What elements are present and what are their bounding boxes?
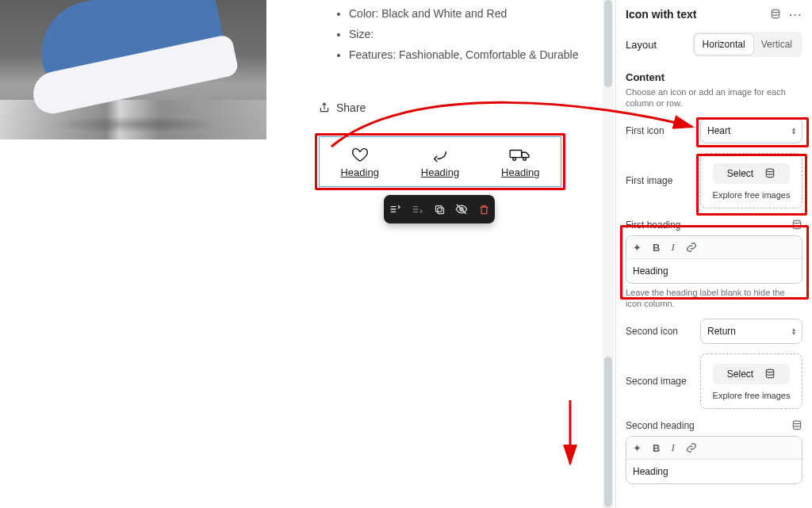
first-heading-editor: ✦ B I Heading: [626, 235, 802, 284]
first-image-label: First image: [626, 175, 694, 186]
share-button[interactable]: Share: [319, 101, 366, 114]
icon-heading: Heading: [501, 166, 539, 178]
svg-rect-3: [438, 208, 444, 214]
explore-free-images-link[interactable]: Explore free images: [713, 190, 791, 200]
bold-button[interactable]: B: [653, 442, 660, 454]
second-image-label: Second image: [626, 376, 694, 387]
scroll-thumb[interactable]: [604, 0, 612, 87]
content-help: Choose an icon or add an image for each …: [626, 86, 802, 109]
svg-point-11: [793, 421, 800, 424]
select-btn-label: Select: [727, 369, 753, 380]
share-label: Share: [336, 101, 366, 114]
bullet: Color: Black and White and Red: [349, 3, 587, 24]
icon-column-1[interactable]: Heading: [320, 137, 400, 186]
icon-with-text-block[interactable]: Heading Heading Heading: [319, 136, 561, 187]
delete-icon[interactable]: [476, 201, 492, 217]
second-icon-select[interactable]: Return ▴▾: [700, 319, 802, 344]
chevron-updown-icon: ▴▾: [792, 327, 795, 335]
database-icon[interactable]: [770, 9, 781, 20]
block-toolbar: [384, 195, 495, 223]
icon-column-3[interactable]: Heading: [481, 137, 561, 186]
bold-button[interactable]: B: [653, 242, 660, 254]
layout-vertical[interactable]: Vertical: [753, 34, 800, 55]
content-heading: Content: [626, 71, 802, 83]
product-bullets: Color: Black and White and Red Size: Fea…: [333, 3, 587, 65]
more-icon[interactable]: ···: [789, 9, 802, 21]
italic-button[interactable]: I: [671, 441, 674, 454]
second-heading-editor: ✦ B I Heading: [626, 436, 802, 484]
route-icon[interactable]: [409, 201, 425, 217]
first-image-select-button[interactable]: Select: [713, 163, 790, 184]
settings-panel: Icon with text ··· Layout Horizontal Ver…: [615, 0, 812, 508]
svg-rect-0: [510, 150, 522, 157]
sparkle-icon[interactable]: ✦: [633, 242, 642, 254]
bullet: Features: Fashionable, Comfortable & Dur…: [349, 44, 587, 65]
product-image: [0, 0, 266, 139]
svg-point-10: [767, 369, 774, 372]
svg-point-7: [772, 10, 779, 12]
icon-heading: Heading: [340, 166, 378, 178]
layout-segmented: Horizontal Vertical: [692, 32, 802, 57]
return-icon: [427, 146, 454, 163]
duplicate-icon[interactable]: [431, 201, 447, 217]
italic-button[interactable]: I: [671, 241, 674, 254]
select-btn-label: Select: [727, 168, 753, 179]
svg-rect-4: [435, 205, 442, 212]
svg-point-2: [523, 157, 527, 160]
scroll-thumb[interactable]: [604, 357, 612, 507]
database-icon[interactable]: [791, 220, 802, 231]
layout-horizontal[interactable]: Horizontal: [695, 34, 753, 55]
first-icon-label: First icon: [626, 125, 694, 136]
hide-icon[interactable]: [454, 201, 469, 217]
first-heading-input[interactable]: Heading: [626, 259, 802, 283]
panel-title: Icon with text: [626, 8, 696, 21]
link-icon[interactable]: [686, 242, 697, 253]
chevron-updown-icon: ▴▾: [792, 127, 795, 135]
sparkle-icon[interactable]: ✦: [633, 442, 642, 454]
link-icon[interactable]: [686, 442, 697, 453]
second-image-select-button[interactable]: Select: [713, 364, 790, 384]
select-value: Return: [707, 326, 736, 337]
bullet: Size:: [349, 24, 587, 44]
layout-label: Layout: [626, 39, 657, 51]
database-icon: [764, 369, 776, 380]
explore-free-images-link[interactable]: Explore free images: [713, 391, 791, 400]
first-icon-select[interactable]: Heart ▴▾: [700, 118, 802, 143]
svg-point-8: [767, 169, 774, 172]
truck-icon: [507, 146, 534, 163]
svg-point-9: [793, 220, 800, 223]
database-icon[interactable]: [791, 420, 802, 431]
svg-point-1: [513, 157, 516, 160]
icon-heading: Heading: [421, 166, 459, 178]
database-icon: [764, 168, 776, 179]
share-icon: [319, 102, 330, 113]
first-heading-label: First heading: [626, 220, 680, 231]
icon-column-2[interactable]: Heading: [400, 137, 480, 186]
move-icon[interactable]: [387, 201, 403, 217]
preview-canvas: Color: Black and White and Red Size: Fea…: [0, 0, 615, 508]
second-heading-label: Second heading: [626, 420, 695, 431]
select-value: Heart: [707, 125, 730, 136]
second-heading-input[interactable]: Heading: [626, 460, 802, 483]
second-icon-label: Second icon: [626, 326, 694, 337]
heart-icon: [347, 146, 373, 163]
first-heading-help: Leave the heading label blank to hide th…: [626, 287, 802, 309]
